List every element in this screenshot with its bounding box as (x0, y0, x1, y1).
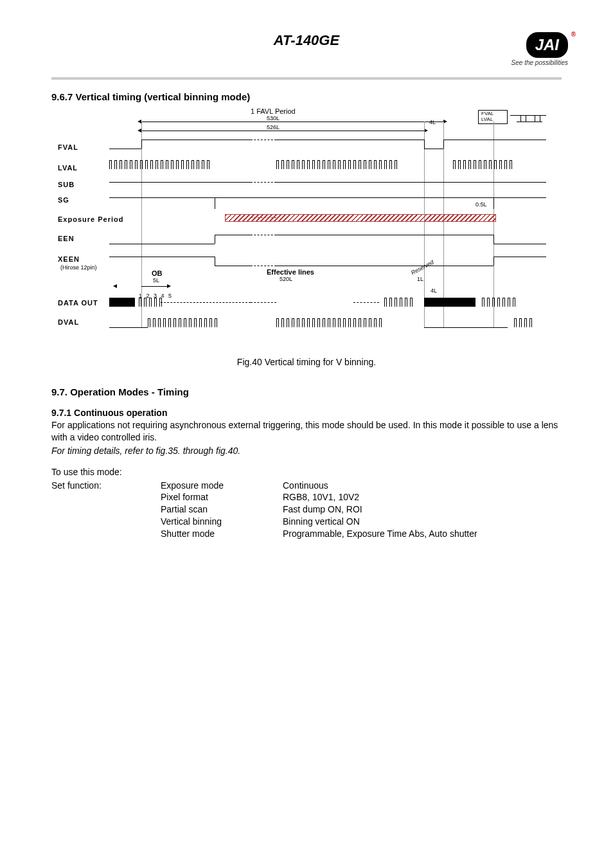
diag-line (109, 149, 141, 149)
diag-line (109, 257, 215, 257)
sig-dataout-label: DATA OUT (58, 299, 98, 307)
sig-xeen-note: (Hirose 12pin) (60, 264, 97, 271)
lval-pulses (109, 160, 251, 169)
func-key: Exposure mode (161, 480, 283, 492)
diag-05l: 0.5L (475, 201, 487, 208)
sig-sg-label: SG (58, 196, 69, 204)
diag-526l: 526L (267, 124, 280, 131)
dataout-block (443, 298, 475, 307)
diag-line (215, 235, 215, 244)
diag-1l: 1L (417, 276, 423, 282)
diag-dash (251, 140, 276, 140)
func-val: Programmable, Exposure Time Abs, Auto sh… (283, 528, 562, 540)
sig-fval-label: FVAL (58, 143, 78, 151)
sig-dval-label: DVAL (58, 318, 79, 326)
callout-lval: LVAL (481, 116, 493, 122)
diag-line (443, 140, 444, 149)
func-val: Continuous (283, 480, 562, 492)
diag-dash (251, 266, 276, 266)
fig40-caption: Fig.40 Vertical timing for V binning. (51, 357, 562, 367)
lval-pulses (453, 160, 546, 169)
sig-exposure-label: Exposure Period (58, 215, 123, 223)
dataout-block (109, 298, 135, 307)
dval-pulses (514, 318, 546, 327)
diag-line (215, 257, 215, 266)
diag-4l-b: 4L (431, 287, 437, 294)
registered-icon: ® (571, 31, 576, 38)
page: AT-140GE JAI ® See the possibilities 9.6… (0, 0, 613, 566)
diag-callout: FVAL LVAL (478, 110, 508, 124)
logo-block: JAI ® See the possibilities (472, 32, 568, 66)
diag-guide (493, 122, 494, 327)
header-rule (51, 77, 562, 80)
func-val: Fast dump ON, ROI (283, 503, 562, 516)
diag-guide (443, 122, 444, 327)
function-table: Set function: Exposure mode Continuous P… (51, 480, 562, 540)
diag-line (109, 182, 251, 183)
diag-line (276, 266, 493, 266)
func-key: Partial scan (161, 503, 283, 516)
diag-line (493, 197, 494, 209)
diag-dash (251, 217, 276, 218)
diag-line (424, 140, 425, 149)
dataout-pulses (384, 298, 423, 307)
section-971-heading: 9.7.1 Continuous operation (51, 408, 562, 418)
diag-line (493, 257, 546, 257)
logo-text: JAI (535, 36, 559, 53)
diag-line (443, 140, 546, 140)
diag-line (141, 140, 142, 149)
diag-dash (251, 235, 276, 235)
diag-5l: 5L (153, 277, 159, 284)
diag-line (141, 122, 443, 122)
diag-line (215, 266, 251, 266)
diag-line (276, 182, 546, 183)
diag-line (109, 244, 215, 244)
diag-ob: OB (152, 269, 163, 277)
diag-favl-period: 1 FAVL Period (251, 107, 296, 115)
diag-reserved: Reserved (410, 259, 435, 276)
logo-icon: JAI ® (526, 32, 568, 58)
sig-een-label: EEN (58, 235, 75, 242)
diag-dash (251, 302, 276, 303)
diag-line (215, 235, 251, 235)
diag-line (493, 257, 494, 266)
dataout-pulses (482, 298, 546, 307)
dval-pulses (148, 318, 251, 327)
section-967-heading: 9.6.7 Vertical timing (vertical binning … (51, 91, 562, 102)
sig-sub-label: SUB (58, 181, 75, 188)
diag-line (276, 235, 493, 235)
dval-pulses (276, 318, 424, 327)
sig-xeen-label: XEEN (58, 255, 80, 263)
diag-4l: 4L (429, 119, 436, 125)
diag-line (493, 244, 546, 244)
sig-lval-label: LVAL (58, 164, 78, 172)
diag-dash (161, 302, 251, 303)
diag-line (109, 327, 148, 328)
diag-eff-lines: Effective lines (267, 268, 314, 276)
set-function-label: Set function: (51, 480, 161, 492)
diag-dash (251, 182, 276, 183)
func-key: Pixel format (161, 491, 283, 503)
diag-line (424, 149, 443, 149)
diag-line (141, 286, 167, 287)
func-val: RGB8, 10V1, 10V2 (283, 491, 562, 503)
lval-pulses (276, 160, 443, 169)
diag-line (493, 235, 494, 244)
diag-line (141, 140, 251, 140)
diag-520l: 520L (280, 276, 292, 282)
callout-fval: FVAL (481, 111, 493, 116)
func-val: Binning vertical ON (283, 516, 562, 528)
diag-line (109, 197, 546, 198)
diag-line (215, 197, 215, 209)
diag-guide (424, 122, 425, 327)
dataout-block (424, 298, 443, 307)
exposure-hatch (225, 214, 496, 222)
page-header: AT-140GE JAI ® See the possibilities (51, 26, 562, 77)
para1: For applications not requiring asynchron… (51, 419, 562, 444)
timing-diagram: 1 FAVL Period 530L 526L 4L FVAL LVAL (58, 106, 546, 344)
func-key: Shutter mode (161, 528, 283, 540)
diag-530l: 530L (267, 115, 280, 122)
to-use-mode: To use this mode: (51, 466, 562, 478)
callout-wave (510, 113, 546, 124)
section-97-heading: 9.7. Operation Modes - Timing (51, 386, 562, 397)
